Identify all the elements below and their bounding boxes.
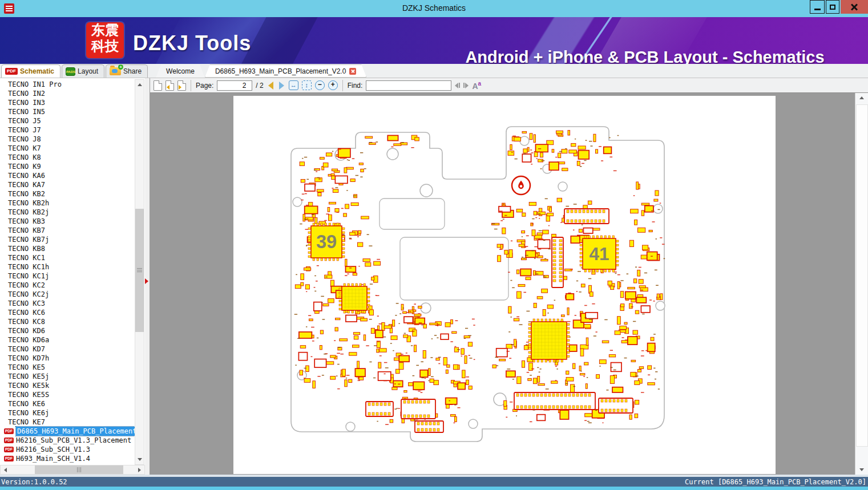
sidebar-item[interactable]: TECNO IN2: [0, 89, 135, 98]
ribbon-tab-layout[interactable]: PADSLayout: [62, 64, 104, 78]
status-bar: Version:1.0.0.52 Current [D6865_H693_Mai…: [0, 475, 868, 487]
viewer-vertical-scrollbar[interactable]: [855, 93, 868, 475]
ic-number-label: 39: [316, 232, 337, 252]
find-next-button[interactable]: [463, 83, 469, 88]
tab-close-icon[interactable]: [349, 68, 356, 75]
ribbon-tab-share[interactable]: +Share: [106, 64, 148, 78]
pcb-placement-diagram: 3941: [233, 96, 776, 474]
sidebar-item[interactable]: TECNO KE6j: [0, 408, 135, 418]
sidebar-item[interactable]: TECNO KE5j: [0, 372, 135, 381]
sidebar-item[interactable]: TECNO IN5: [0, 107, 135, 116]
sidebar-item[interactable]: TECNO KC2j: [0, 290, 135, 299]
sidebar-item[interactable]: TECNO KD7h: [0, 354, 135, 363]
font-size-button[interactable]: Aa: [472, 80, 483, 91]
sidebar-item[interactable]: TECNO KB7j: [0, 235, 135, 244]
fit-page-icon: ↕: [305, 82, 308, 88]
ribbon-tab-label: Schematic: [20, 67, 54, 75]
sidebar-item-label: H6216_Sub_PCB_V1.3_Placement: [16, 436, 131, 445]
sidebar-item[interactable]: TECNO KB2h: [0, 199, 135, 208]
minimize-button[interactable]: [810, 0, 825, 14]
ribbon-tabs: PDFSchematicPADSLayout+Share: [1, 64, 148, 78]
toolbar-separator: [191, 80, 191, 91]
doc-tab[interactable]: Welcome: [156, 64, 205, 78]
sidebar-horizontal-scrollbar[interactable]: [0, 465, 145, 475]
sidebar-item[interactable]: TECNO KE5k: [0, 381, 135, 390]
rotate-right-button[interactable]: [177, 80, 186, 91]
find-previous-button[interactable]: [455, 83, 460, 88]
sidebar-item[interactable]: TECNO KB8: [0, 244, 135, 253]
sidebar-item[interactable]: TECNO J5: [0, 116, 135, 125]
single-page-icon[interactable]: [154, 80, 162, 91]
next-page-button[interactable]: [279, 82, 284, 90]
scroll-right-button[interactable]: [135, 465, 144, 474]
zoom-in-button[interactable]: +: [328, 80, 338, 90]
sidebar-item[interactable]: TECNO IN1 Pro: [0, 80, 135, 89]
find-label: Find:: [348, 82, 363, 90]
sidebar-item[interactable]: TECNO IN3: [0, 98, 135, 107]
sidebar-item[interactable]: TECNO KD6: [0, 326, 135, 335]
window-title: DZKJ Schematics: [0, 3, 868, 13]
sidebar-item[interactable]: TECNO KC1j: [0, 272, 135, 281]
find-input[interactable]: [366, 80, 451, 91]
sidebar-item[interactable]: TECNO KB2j: [0, 208, 135, 217]
sidebar-item[interactable]: TECNO KC8: [0, 317, 135, 326]
scroll-down-button[interactable]: [855, 465, 868, 475]
sidebar-item[interactable]: TECNO KC6: [0, 308, 135, 317]
pdf-icon: PDF: [4, 447, 14, 452]
ribbon-tab-schematic[interactable]: PDFSchematic: [1, 64, 60, 78]
sidebar-item[interactable]: TECNO KE7: [0, 418, 135, 427]
sidebar-vertical-scrollbar[interactable]: [135, 79, 144, 465]
scroll-down-button[interactable]: [135, 455, 144, 464]
minimize-icon: [814, 9, 821, 10]
sidebar-item[interactable]: TECNO KB7: [0, 226, 135, 235]
sidebar-item[interactable]: TECNO J7: [0, 125, 135, 135]
sidebar-pdf-item[interactable]: PDFD6865_H693_Main_PCB_Placement_V2.0: [0, 427, 135, 436]
sidebar-pdf-item[interactable]: PDFH693_Main_SCH_V1.4: [0, 454, 135, 463]
scrollbar-thumb[interactable]: [35, 465, 123, 474]
rotate-right-icon: [179, 85, 181, 90]
fit-width-button[interactable]: ↔: [289, 80, 298, 90]
scroll-up-button[interactable]: [135, 80, 144, 90]
sidebar-item[interactable]: TECNO KD6a: [0, 335, 135, 345]
sidebar-item[interactable]: TECNO KC1h: [0, 262, 135, 272]
sidebar-item[interactable]: TECNO K7: [0, 144, 135, 153]
find-previous-icon: [455, 83, 458, 88]
previous-page-button[interactable]: [268, 82, 273, 90]
sidebar-item[interactable]: TECNO KD7: [0, 345, 135, 354]
doc-tab-label: Welcome: [166, 67, 195, 75]
scroll-left-button[interactable]: [1, 465, 10, 474]
close-button[interactable]: [841, 0, 868, 14]
main-area: TECNO IN1 ProTECNO IN2TECNO IN3TECNO IN5…: [0, 78, 868, 475]
rotate-left-button[interactable]: [165, 80, 174, 91]
sidebar-item[interactable]: TECNO K9: [0, 162, 135, 171]
sidebar-item[interactable]: TECNO KC3: [0, 299, 135, 308]
sidebar-item[interactable]: TECNO KA7: [0, 180, 135, 189]
page-number-input[interactable]: [217, 80, 252, 91]
sidebar-item[interactable]: TECNO KE6: [0, 399, 135, 408]
sidebar-pdf-item[interactable]: PDFH6216_Sub_PCB_V1.3_Placement: [0, 436, 135, 445]
ic-number-label: 41: [590, 244, 609, 264]
maximize-button[interactable]: [826, 0, 839, 14]
scroll-up-button[interactable]: [855, 93, 868, 103]
sidebar-item[interactable]: TECNO KA6: [0, 171, 135, 180]
sidebar-splitter[interactable]: [145, 78, 150, 475]
sidebar-item[interactable]: TECNO KB2: [0, 189, 135, 199]
sidebar-item[interactable]: TECNO J8: [0, 135, 135, 144]
sidebar-item[interactable]: TECNO K8: [0, 153, 135, 162]
scrollbar-thumb[interactable]: [135, 209, 144, 332]
zoom-out-button[interactable]: −: [315, 80, 325, 90]
sidebar-item[interactable]: TECNO KB3: [0, 217, 135, 226]
viewer-column: Page: / 2 ↔ ↕ − + Find: Aa 3941: [150, 78, 868, 475]
scrollbar-thumb[interactable]: [856, 104, 868, 447]
share-folder-icon: +: [110, 67, 121, 75]
sidebar-item[interactable]: TECNO KC1: [0, 253, 135, 262]
sidebar-item[interactable]: TECNO KC2: [0, 281, 135, 290]
sidebar-item[interactable]: TECNO KE5S: [0, 390, 135, 399]
fit-page-button[interactable]: ↕: [302, 80, 312, 90]
doc-tab[interactable]: D6865_H693_Main_PCB_Placement_V2.0: [205, 64, 366, 78]
sidebar-item[interactable]: TECNO KE5: [0, 363, 135, 372]
sidebar-pdf-item[interactable]: PDFH6216_Sub_SCH_V1.3: [0, 445, 135, 454]
collapse-arrow-icon[interactable]: [145, 278, 148, 284]
pdf-viewer[interactable]: 3941: [150, 93, 868, 475]
logo-line2: 科技: [86, 38, 124, 54]
